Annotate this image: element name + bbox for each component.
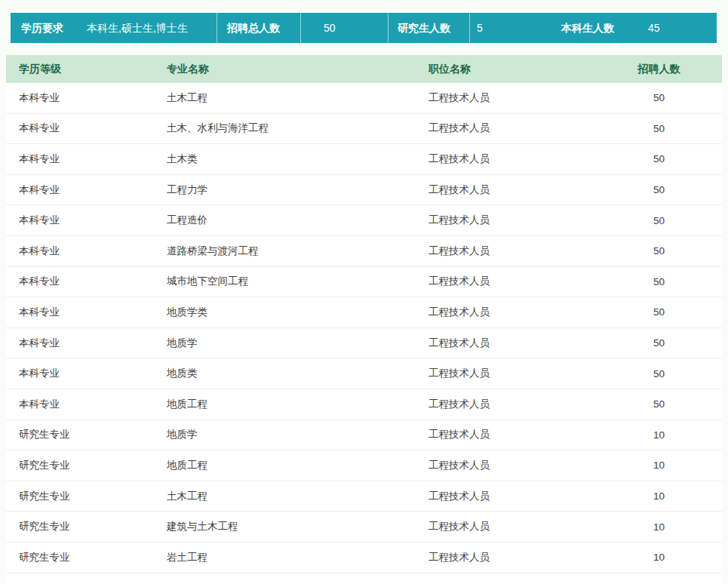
cell-headcount: 10	[596, 490, 722, 502]
column-header-headcount: 招聘人数	[596, 63, 722, 76]
cell-position-name: 工程技术人员	[417, 183, 596, 197]
summary-bar: 学历要求 本科生,硕士生,博士生 招聘总人数 50 研究生人数 5 本科生人数 …	[11, 13, 717, 43]
table-row: 研究生专业 土木工程 工程技术人员 10	[6, 481, 722, 512]
education-requirement-value: 本科生,硕士生,博士生	[87, 13, 217, 43]
cell-education-level: 本科专业	[6, 121, 156, 135]
cell-major-name: 地质工程	[156, 398, 417, 411]
cell-major-name: 地质学类	[156, 306, 417, 319]
table-row: 研究生专业 建筑与土木工程 工程技术人员 10	[6, 512, 722, 543]
cell-education-level: 研究生专业	[6, 428, 156, 441]
cell-position-name: 工程技术人员	[417, 121, 596, 135]
cell-headcount: 50	[596, 123, 722, 134]
graduate-count-value: 5	[470, 13, 561, 43]
table-row: 本科专业 土木、水利与海洋工程 工程技术人员 50	[6, 114, 722, 145]
table-row: 本科专业 地质学类 工程技术人员 50	[6, 297, 722, 328]
table-header-row: 学历等级 专业名称 职位名称 招聘人数	[6, 55, 722, 83]
cell-position-name: 工程技术人员	[417, 275, 596, 288]
cell-position-name: 工程技术人员	[417, 337, 596, 350]
cell-position-name: 工程技术人员	[417, 152, 596, 166]
cell-headcount: 50	[596, 306, 722, 318]
cell-position-name: 工程技术人员	[417, 490, 596, 503]
cell-headcount: 50	[596, 398, 722, 410]
cell-headcount: 50	[596, 276, 722, 287]
column-header-education-level: 学历等级	[6, 63, 156, 76]
cell-position-name: 工程技术人员	[417, 244, 596, 258]
cell-position-name: 工程技术人员	[417, 459, 596, 472]
cell-position-name: 工程技术人员	[417, 306, 596, 319]
table-row: 本科专业 工程造价 工程技术人员 50	[6, 205, 722, 236]
cell-headcount: 50	[596, 92, 722, 103]
cell-education-level: 本科专业	[6, 152, 156, 166]
cell-major-name: 土木、水利与海洋工程	[156, 121, 417, 135]
table-row: 本科专业 地质工程 工程技术人员 50	[6, 389, 722, 420]
table-row: 研究生专业 地质学 工程技术人员 10	[6, 420, 722, 451]
cell-major-name: 道路桥梁与渡河工程	[156, 244, 417, 258]
cell-education-level: 本科专业	[6, 306, 156, 319]
table-row: 本科专业 道路桥梁与渡河工程 工程技术人员 50	[6, 236, 722, 267]
cell-major-name: 土木工程	[156, 490, 417, 503]
education-requirement-label: 学历要求	[11, 13, 87, 43]
cell-major-name: 地质工程	[156, 459, 417, 472]
table-row: 本科专业 土木类 工程技术人员 50	[6, 144, 722, 175]
cell-education-level: 本科专业	[6, 91, 156, 105]
table-row: 本科专业 地质学 工程技术人员 50	[6, 328, 722, 359]
undergraduate-count-label: 本科生人数	[561, 13, 648, 43]
cell-major-name: 地质学	[156, 428, 417, 441]
cell-headcount: 50	[596, 215, 722, 226]
cell-education-level: 本科专业	[6, 275, 156, 288]
cell-position-name: 工程技术人员	[417, 398, 596, 411]
undergraduate-count-value: 45	[648, 13, 717, 43]
cell-major-name: 地质学	[156, 337, 417, 350]
table-row: 本科专业 城市地下空间工程 工程技术人员 50	[6, 267, 722, 298]
total-recruitment-label: 招聘总人数	[217, 13, 300, 43]
table-row: 本科专业 工程力学 工程技术人员 50	[6, 175, 722, 206]
cell-major-name: 建筑与土木工程	[156, 520, 417, 533]
cell-education-level: 本科专业	[6, 398, 156, 411]
cell-major-name: 工程力学	[156, 183, 417, 197]
cell-position-name: 工程技术人员	[417, 214, 596, 227]
table-row: 本科专业 土木工程 工程技术人员 50	[6, 83, 722, 114]
cell-headcount: 10	[596, 460, 722, 471]
cell-education-level: 研究生专业	[6, 490, 156, 503]
cell-position-name: 工程技术人员	[417, 551, 596, 564]
cell-major-name: 工程造价	[156, 214, 417, 227]
total-recruitment-value: 50	[301, 13, 388, 43]
cell-headcount: 50	[596, 337, 722, 349]
graduate-count-label: 研究生人数	[389, 13, 469, 43]
table-body: 本科专业 土木工程 工程技术人员 50 本科专业 土木、水利与海洋工程 工程技术…	[6, 83, 722, 573]
cell-education-level: 本科专业	[6, 337, 156, 350]
column-header-position-name: 职位名称	[417, 63, 596, 76]
cell-major-name: 城市地下空间工程	[156, 275, 417, 288]
cell-headcount: 50	[596, 368, 722, 380]
cell-education-level: 研究生专业	[6, 459, 156, 472]
table-row: 研究生专业 岩土工程 工程技术人员 10	[6, 543, 722, 573]
cell-position-name: 工程技术人员	[417, 428, 596, 441]
cell-headcount: 10	[596, 552, 722, 563]
cell-position-name: 工程技术人员	[417, 91, 596, 105]
table-row-partial	[6, 573, 722, 584]
cell-position-name: 工程技术人员	[417, 367, 596, 380]
cell-position-name: 工程技术人员	[417, 520, 596, 533]
cell-headcount: 50	[596, 245, 722, 257]
table-row: 研究生专业 地质工程 工程技术人员 10	[6, 450, 722, 481]
cell-education-level: 本科专业	[6, 214, 156, 227]
table-row: 本科专业 地质类 工程技术人员 50	[6, 358, 722, 389]
cell-headcount: 50	[596, 184, 722, 195]
cell-education-level: 本科专业	[6, 367, 156, 380]
cell-education-level: 本科专业	[6, 244, 156, 258]
cell-headcount: 10	[596, 429, 722, 441]
cell-major-name: 土木类	[156, 152, 417, 166]
majors-table: 学历等级 专业名称 职位名称 招聘人数 本科专业 土木工程 工程技术人员 50 …	[6, 55, 722, 584]
cell-headcount: 50	[596, 153, 722, 164]
cell-headcount: 10	[596, 521, 722, 533]
cell-major-name: 地质类	[156, 367, 417, 380]
cell-education-level: 本科专业	[6, 183, 156, 197]
column-header-major-name: 专业名称	[156, 63, 417, 76]
cell-education-level: 研究生专业	[6, 520, 156, 533]
cell-major-name: 土木工程	[156, 91, 417, 105]
cell-major-name: 岩土工程	[156, 551, 417, 564]
cell-education-level: 研究生专业	[6, 551, 156, 564]
